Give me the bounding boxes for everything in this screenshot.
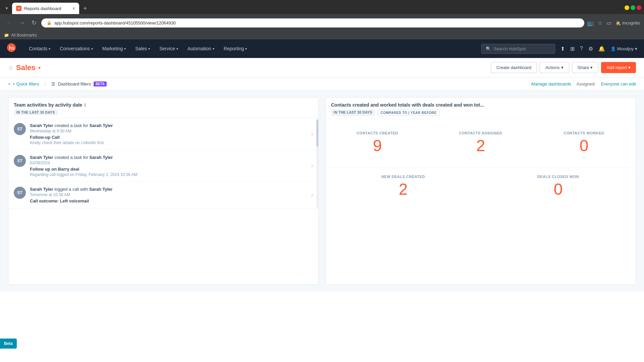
stat-value-contacts-assigned: 2 [434, 138, 527, 154]
manage-dashboards-link[interactable]: Manage dashboards [531, 81, 571, 86]
upgrade-icon[interactable]: ⬆ [560, 46, 565, 52]
activity-avatar-2: ST [14, 155, 26, 167]
scrollbar-track[interactable] [316, 118, 318, 208]
automation-chevron-icon: ▾ [213, 47, 214, 51]
dashboard-title-chevron-icon[interactable]: ▾ [38, 65, 41, 70]
activity-arrow-icon-2: › [311, 163, 313, 169]
widget-left-header: Team activities by activity date ℹ IN TH… [8, 98, 318, 118]
tab-list-arrow[interactable]: ▼ [3, 5, 11, 12]
dashboard-content: Team activities by activity date ℹ IN TH… [0, 90, 644, 292]
activity-arrow-icon-1: › [311, 131, 313, 137]
browser-tab-bar: ▼ H Reports dashboard × + [0, 0, 644, 14]
dashboard-actions: Create dashboard Actions ▾ Share ▾ Add r… [491, 62, 636, 73]
activity-item-1[interactable]: ST Sarah Tyler created a task for Sarah … [8, 118, 318, 150]
incognito-indicator: 🕵 Incognito [615, 20, 640, 25]
quick-filters-label: + Quick filters [13, 81, 39, 86]
marketing-chevron-icon: ▾ [124, 47, 126, 51]
activity-item-3[interactable]: ST Sarah Tyler logged a call with Sarah … [8, 182, 318, 208]
user-menu[interactable]: 👤 Moodjoy ▾ [610, 46, 637, 51]
stat-deals-closed: DEALS CLOSED WON 0 [481, 168, 636, 204]
dashboard-filters-button[interactable]: ☰ Dashboard filters BETA [51, 81, 107, 86]
activity-list: ST Sarah Tyler created a task for Sarah … [8, 118, 318, 208]
bookmark-star-icon[interactable]: ☆ [598, 20, 602, 26]
browser-chrome: ▼ H Reports dashboard × + ← → ↻ 🔒 app.hu… [0, 0, 644, 39]
actions-button[interactable]: Actions ▾ [540, 62, 569, 73]
stat-label-deals-closed: DEALS CLOSED WON [486, 175, 630, 179]
stat-value-deals-closed: 0 [486, 181, 630, 197]
dashboard-title-area: ☆ Sales ▾ [8, 63, 485, 72]
stat-value-contacts-created: 9 [331, 138, 424, 154]
search-box[interactable]: 🔍 [481, 44, 555, 54]
incognito-icon: 🕵 [615, 20, 621, 25]
widget-info-icon[interactable]: ℹ [84, 103, 86, 108]
quick-filters-button[interactable]: + + Quick filters [8, 81, 39, 86]
actions-chevron-icon: ▾ [561, 65, 564, 70]
window-close[interactable] [637, 5, 641, 10]
help-icon[interactable]: ? [580, 46, 583, 52]
url-text: app.hubspot.com/reports-dashboard/451055… [54, 20, 579, 25]
back-button[interactable]: ← [4, 18, 14, 28]
activity-user-text-2: Sarah Tyler created a task for Sarah Tyl… [30, 155, 307, 160]
sales-chevron-icon: ▾ [148, 47, 150, 51]
add-report-button[interactable]: Add report ▾ [601, 62, 636, 73]
window-maximize[interactable] [631, 5, 635, 10]
filter-lines-icon: ☰ [51, 81, 55, 86]
favorite-star-icon[interactable]: ☆ [8, 64, 13, 71]
user-name-text: Moodjoy [617, 46, 634, 51]
new-tab-button[interactable]: + [80, 5, 90, 12]
window-minimize[interactable] [625, 5, 629, 10]
nav-item-contacts[interactable]: Contacts ▾ [24, 39, 55, 58]
assigned-label: Assigned: [577, 81, 596, 86]
widget-left-title-text: Team activities by activity date [14, 102, 82, 108]
activity-creator-1: Sarah Tyler [30, 123, 53, 128]
hubspot-logo[interactable]: hs [7, 43, 16, 54]
activity-user-text-1: Sarah Tyler created a task for Sarah Tyl… [30, 123, 307, 128]
share-label: Share [578, 65, 589, 70]
nav-item-marketing[interactable]: Marketing ▾ [98, 39, 130, 58]
filter-divider: | [45, 81, 46, 87]
beta-badge: BETA [94, 81, 106, 86]
dashboard-title[interactable]: Sales [16, 63, 36, 72]
reporting-chevron-icon: ▾ [245, 47, 247, 51]
marketplace-icon[interactable]: ⊞ [570, 46, 575, 52]
nav-item-sales[interactable]: Sales ▾ [130, 39, 155, 58]
activity-item-2[interactable]: ST Sarah Tyler created a task for Sarah … [8, 150, 318, 182]
cast-icon[interactable]: 📺 [587, 20, 594, 26]
add-report-label: Add report [606, 65, 627, 70]
beta-float-button[interactable]: Beta [0, 339, 17, 349]
team-activities-widget: Team activities by activity date ℹ IN TH… [8, 97, 319, 285]
address-bar[interactable]: 🔒 app.hubspot.com/reports-dashboard/4510… [41, 18, 584, 27]
window-controls [625, 5, 641, 11]
reload-button[interactable]: ↻ [30, 18, 39, 28]
create-dashboard-button[interactable]: Create dashboard [491, 62, 537, 73]
tab-close-button[interactable]: × [72, 6, 75, 11]
stat-dash: - [538, 154, 630, 161]
active-browser-tab[interactable]: H Reports dashboard × [12, 3, 79, 14]
activity-date-1: Wednesday at 9:30 AM [30, 129, 307, 133]
activity-desc-1: Kindly check their details on LinkedIn f… [30, 140, 307, 145]
activity-task-2: Follow up on Barry deal [30, 167, 307, 172]
hubspot-app: hs Contacts ▾ Conversations ▾ Marketing … [0, 39, 644, 362]
share-button[interactable]: Share ▾ [572, 62, 599, 73]
nav-item-conversations[interactable]: Conversations ▾ [55, 39, 98, 58]
nav-item-service[interactable]: Service ▾ [155, 39, 183, 58]
assigned-value-link[interactable]: Everyone can edit [601, 81, 636, 86]
forward-button[interactable]: → [17, 18, 27, 28]
add-report-chevron-icon: ▾ [628, 65, 631, 70]
topnav-right: 🔍 ⬆ ⊞ ? ⚙ 🔔 👤 Moodjoy ▾ [481, 44, 637, 54]
stat-contacts-created: CONTACTS CREATED 9 [326, 124, 429, 168]
settings-icon[interactable]: ⚙ [588, 46, 593, 52]
sidebar-icon[interactable]: ▭ [606, 20, 611, 26]
notifications-icon[interactable]: 🔔 [598, 46, 605, 52]
tab-favicon: H [16, 6, 21, 11]
scrollbar-thumb[interactable] [316, 120, 318, 146]
widget-left-time-tag: IN THE LAST 30 DAYS [14, 110, 58, 115]
quick-filters-plus-icon: + [8, 81, 11, 86]
browser-toolbar: ← → ↻ 🔒 app.hubspot.com/reports-dashboar… [0, 14, 644, 32]
stat-value-contacts-worked: 0 [538, 138, 630, 154]
nav-item-automation[interactable]: Automation ▾ [183, 39, 219, 58]
search-input[interactable] [494, 46, 551, 51]
activity-content-1: Sarah Tyler created a task for Sarah Tyl… [30, 123, 307, 145]
widget-right-tags: IN THE LAST 30 DAYS COMPARED TO | YEAR B… [331, 110, 630, 116]
nav-item-reporting[interactable]: Reporting ▾ [219, 39, 252, 58]
